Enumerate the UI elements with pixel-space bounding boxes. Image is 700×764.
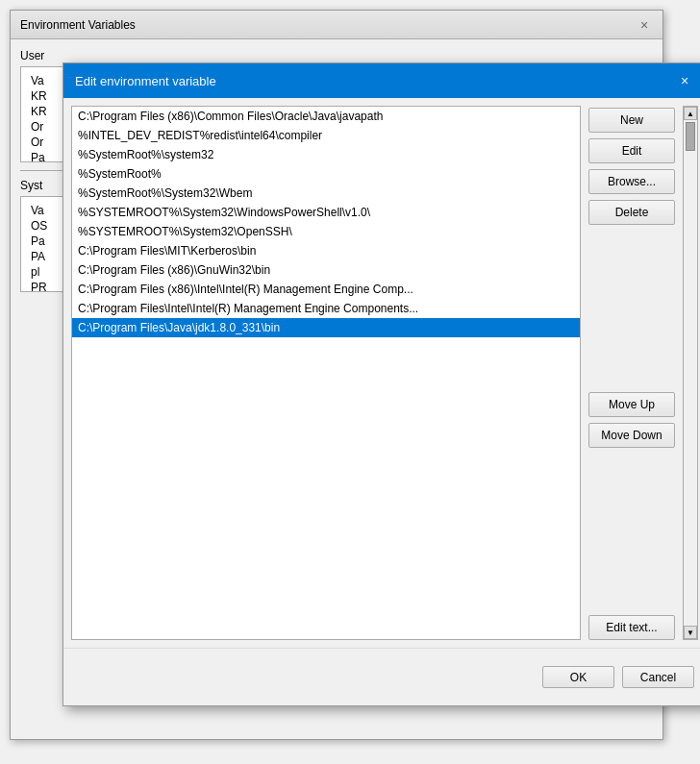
path-item-3[interactable]: %SystemRoot% <box>72 164 580 184</box>
delete-button[interactable]: Delete <box>588 200 675 225</box>
path-item-8[interactable]: C:\Program Files (x86)\GnuWin32\bin <box>72 260 580 280</box>
path-item-1[interactable]: %INTEL_DEV_REDIST%redist\intel64\compile… <box>72 126 580 145</box>
scrollbar-up-button[interactable]: ▲ <box>684 107 697 120</box>
user-section-label: User <box>20 49 653 62</box>
path-item-6[interactable]: %SYSTEMROOT%\System32\OpenSSH\ <box>72 222 580 241</box>
scrollbar-thumb[interactable] <box>686 122 695 151</box>
edit-ok-button[interactable]: OK <box>542 666 614 688</box>
path-item-11[interactable]: C:\Program Files\Java\jdk1.8.0_331\bin <box>72 318 580 337</box>
new-button[interactable]: New <box>588 108 675 133</box>
edit-env-variable-dialog: Edit environment variable × C:\Program F… <box>62 62 700 706</box>
move-down-button[interactable]: Move Down <box>588 423 675 448</box>
path-list[interactable]: C:\Program Files (x86)\Common Files\Orac… <box>71 106 581 640</box>
button-spacer <box>588 231 675 386</box>
path-item-0[interactable]: C:\Program Files (x86)\Common Files\Orac… <box>72 107 580 126</box>
edit-text-button[interactable]: Edit text... <box>588 615 675 640</box>
path-item-10[interactable]: C:\Program Files\Intel\Intel(R) Manageme… <box>72 299 580 318</box>
edit-dialog-body: C:\Program Files (x86)\Common Files\Orac… <box>63 98 700 648</box>
path-item-5[interactable]: %SYSTEMROOT%\System32\WindowsPowerShell\… <box>72 203 580 222</box>
edit-dialog-footer: OK Cancel <box>63 648 700 705</box>
edit-dialog-title: Edit environment variable <box>75 74 216 88</box>
action-buttons-panel: New Edit Browse... Delete Move Up Move D… <box>588 106 675 640</box>
edit-dialog-titlebar: Edit environment variable × <box>63 63 700 98</box>
edit-button[interactable]: Edit <box>588 138 675 163</box>
env-dialog-close-button[interactable]: × <box>636 16 653 34</box>
path-item-7[interactable]: C:\Program Files\MIT\Kerberos\bin <box>72 241 580 260</box>
button-spacer-2 <box>588 454 675 609</box>
env-dialog-titlebar: Environment Variables × <box>11 11 662 39</box>
scrollbar[interactable]: ▲ ▼ <box>683 106 698 640</box>
browse-button[interactable]: Browse... <box>588 169 675 194</box>
path-item-2[interactable]: %SystemRoot%\system32 <box>72 145 580 164</box>
path-item-4[interactable]: %SystemRoot%\System32\Wbem <box>72 184 580 203</box>
env-dialog-title: Environment Variables <box>20 18 136 32</box>
edit-dialog-close-button[interactable]: × <box>675 71 694 90</box>
edit-cancel-button[interactable]: Cancel <box>622 666 694 688</box>
path-item-9[interactable]: C:\Program Files (x86)\Intel\Intel(R) Ma… <box>72 280 580 299</box>
move-up-button[interactable]: Move Up <box>588 392 675 417</box>
scrollbar-down-button[interactable]: ▼ <box>684 626 697 639</box>
